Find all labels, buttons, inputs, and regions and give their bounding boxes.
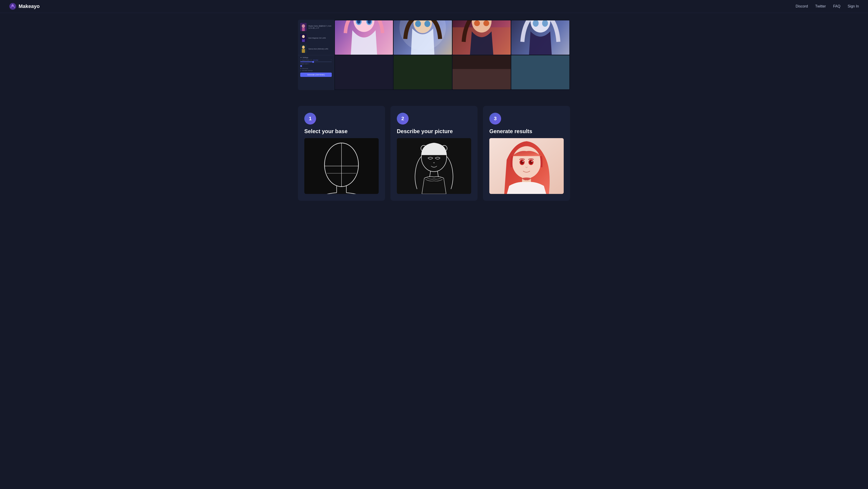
sidebar-thumb-1 [300,23,307,31]
svg-point-19 [415,21,421,27]
svg-rect-30 [335,55,393,90]
svg-point-1 [12,4,13,6]
app-sidebar: Miyako Saitou 斎藤美也子 | Oshi no Ko 推しの子 Da… [298,20,334,90]
svg-point-20 [425,21,430,27]
svg-rect-9 [302,49,305,53]
step-badge-3: 3 [489,113,501,124]
svg-point-8 [302,45,305,49]
svg-point-6 [302,35,305,38]
settings-panel: ▼ Settings ⟨⟩ Aspect Ratio: 1:1 512,512 … [298,55,334,78]
step-title-1: Select your base [304,128,379,134]
step-image-1 [304,138,379,194]
advanced-toggle[interactable]: ⚙ Advanced [300,68,332,69]
app-logo [9,3,16,10]
sidebar-label-dark-magician: Dark Magician Girl LoRA [308,37,326,39]
hero-section: Miyako Saitou 斎藤美也子 | Oshi no Ko 推しの子 Da… [0,13,868,92]
svg-rect-32 [394,55,452,90]
sidebar-thumb-2 [300,34,307,42]
svg-rect-4 [302,28,305,31]
upscaler-toggle[interactable]: ▷ Upscaler Settings [300,70,332,71]
aspect-ratio-row: ⟨⟩ Aspect Ratio: 1:1 512,512 ⌃ [300,59,332,61]
steps-section: 1 Select your base [0,92,868,219]
image-count-label: Image count: 1 [300,63,332,64]
gallery-item-8[interactable] [511,55,569,90]
svg-rect-35 [453,69,510,89]
settings-toggle[interactable]: ▼ Settings [300,57,332,58]
navbar: Makeayo Discord Twitter FAQ Sign In [0,0,868,13]
gallery-item-6[interactable] [394,55,452,90]
svg-point-52 [512,146,541,179]
app-mockup: Miyako Saitou 斎藤美也子 | Oshi no Ko 推しの子 Da… [298,20,570,90]
svg-point-25 [483,21,489,26]
svg-point-3 [302,24,305,28]
gallery-item-4[interactable] [511,21,569,55]
step-title-3: Generate results [489,128,564,134]
gallery-item-2[interactable] [394,21,452,55]
svg-point-58 [531,160,532,162]
signin-link[interactable]: Sign In [847,4,859,8]
step-card-1: 1 Select your base [298,106,385,201]
sidebar-item-miyako[interactable]: Miyako Saitou 斎藤美也子 | Oshi no Ko 推しの子 [298,22,334,32]
gallery-item-1[interactable] [335,21,393,55]
generate-button[interactable]: Generate (Ctrl+Enter) [300,72,332,77]
step-badge-2: 2 [397,113,409,124]
app-gallery [334,20,570,90]
step-title-2: Describe your picture [397,128,471,134]
faq-link[interactable]: FAQ [833,4,840,8]
sidebar-label-samus: Samus Aran (Metroid) LoRA [308,48,328,50]
navbar-links: Discord Twitter FAQ Sign In [796,4,859,8]
step-card-2: 2 Describe your picture [391,106,477,201]
count-indicator [300,65,302,67]
gallery-item-3[interactable] [453,21,510,55]
app-title: Makeayo [19,3,40,9]
sidebar-item-samus[interactable]: Samus Aran (Metroid) LoRA [298,43,334,54]
step-image-2 [397,138,471,194]
aspect-slider[interactable] [300,61,332,62]
brand: Makeayo [9,3,40,10]
svg-point-57 [522,160,524,162]
svg-rect-37 [511,55,569,90]
steps-container: 1 Select your base [298,106,570,201]
discord-link[interactable]: Discord [796,4,808,8]
step-card-3: 3 Generate results [483,106,570,201]
sidebar-thumb-3 [300,45,307,53]
gallery-item-5[interactable] [335,55,393,90]
twitter-link[interactable]: Twitter [815,4,826,8]
step-image-3 [489,138,564,194]
step-badge-1: 1 [304,113,316,124]
sidebar-label-miyako: Miyako Saitou 斎藤美也子 | Oshi no Ko 推しの子 [308,25,332,29]
sidebar-item-dark-magician[interactable]: Dark Magician Girl LoRA [298,32,334,43]
gallery-item-7[interactable] [453,55,510,90]
svg-point-24 [474,21,480,26]
